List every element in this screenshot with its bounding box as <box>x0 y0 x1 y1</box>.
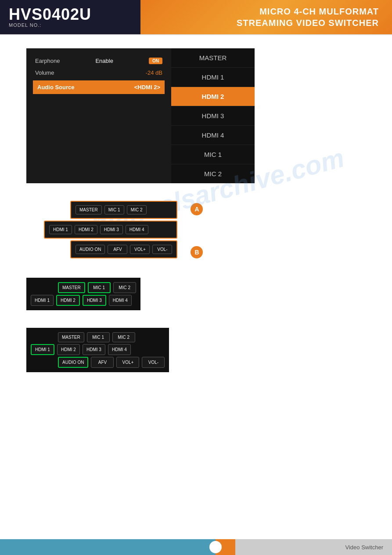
btn-vol-plus[interactable]: VOL+ <box>130 245 150 254</box>
btn-mic2[interactable]: MIC 2 <box>127 205 147 214</box>
callout-b: B <box>191 246 203 258</box>
demo2-btn-mic2[interactable]: MIC 2 <box>112 332 135 342</box>
demo-btn-hdmi3[interactable]: HDMI 3 <box>83 295 106 306</box>
demo-panel2: MASTER MIC 1 MIC 2 HDMI 1 HDMI 2 HDMI 3 … <box>26 328 169 372</box>
dropdown-item-hdmi1[interactable]: HDMI 1 <box>171 68 255 87</box>
section-active-demo2: MASTER MIC 1 MIC 2 HDMI 1 HDMI 2 HDMI 3 … <box>26 328 366 372</box>
header-left: HVS0402U MODEL NO.: <box>0 0 140 34</box>
demo-row-top: MASTER MIC 1 MIC 2 <box>58 282 136 293</box>
enable-label: Enable <box>95 58 113 64</box>
btn-hdmi3[interactable]: HDMI 3 <box>100 225 123 234</box>
btn-audio-on[interactable]: AUDIO ON <box>76 245 105 254</box>
demo2-btn-vol-plus[interactable]: VOL+ <box>116 357 139 368</box>
demo2-btn-vol-minus[interactable]: VOL- <box>142 357 165 368</box>
demo2-row-top: MASTER MIC 1 MIC 2 <box>58 332 165 342</box>
button-panel-diagram: MASTER MIC 1 MIC 2 HDMI 1 HDMI 2 HDMI 3 … <box>44 201 177 260</box>
page-header: HVS0402U MODEL NO.: MICRO 4-CH MULFORMAT… <box>0 0 392 35</box>
dropdown-item-mic1[interactable]: MIC 1 <box>171 145 255 164</box>
btn-hdmi1[interactable]: HDMI 1 <box>49 225 72 234</box>
demo2-btn-mic1[interactable]: MIC 1 <box>87 332 110 342</box>
demo-panel2-inner: MASTER MIC 1 MIC 2 HDMI 1 HDMI 2 HDMI 3 … <box>26 328 169 372</box>
btn-afv[interactable]: AFV <box>108 245 127 254</box>
panel-row-mid: HDMI 1 HDMI 2 HDMI 3 HDMI 4 <box>44 221 177 239</box>
model-name: HVS0402U <box>9 7 91 22</box>
audio-source-row: Audio Source <HDMI 2> <box>33 80 165 94</box>
section-active-demo: MASTER MIC 1 MIC 2 HDMI 1 HDMI 2 HDMI 3 … <box>26 278 366 310</box>
panel-row-bot: AUDIO ON AFV VOL+ VOL- <box>70 240 177 258</box>
btn-hdmi2[interactable]: HDMI 2 <box>75 225 97 234</box>
section-earphone-dropdown: Earphone Enable ON Volume -24 dB Audio S… <box>26 48 366 183</box>
demo2-btn-hdmi1[interactable]: HDMI 1 <box>31 344 54 355</box>
demo-btn-mic2[interactable]: MIC 2 <box>113 282 136 293</box>
volume-label: Volume <box>35 69 54 76</box>
audio-source-label: Audio Source <box>37 84 75 91</box>
header-title: MICRO 4-CH MULFORMAT STREAMING VIDEO SWI… <box>237 6 379 29</box>
model-no-label: MODEL NO.: <box>9 22 91 28</box>
earphone-label: Earphone <box>35 58 60 64</box>
enable-toggle[interactable]: ON <box>149 58 162 64</box>
demo2-btn-afv[interactable]: AFV <box>91 357 114 368</box>
demo-btn-hdmi4[interactable]: HDMI 4 <box>109 295 132 306</box>
demo-btn-master[interactable]: MASTER <box>58 282 85 293</box>
panel-row-top: MASTER MIC 1 MIC 2 <box>70 201 177 219</box>
earphone-row: Earphone Enable ON <box>35 55 162 67</box>
callout-badges: A B <box>191 203 203 258</box>
demo-btn-hdmi1[interactable]: HDMI 1 <box>31 295 54 306</box>
demo2-row-bot: AUDIO ON AFV VOL+ VOL- <box>58 357 165 368</box>
demo2-btn-hdmi4[interactable]: HDMI 4 <box>108 344 131 355</box>
dropdown-item-hdmi3[interactable]: HDMI 3 <box>171 106 255 126</box>
demo2-row-mid: HDMI 1 HDMI 2 HDMI 3 HDMI 4 <box>31 344 165 355</box>
demo2-btn-audio-on[interactable]: AUDIO ON <box>58 357 88 368</box>
title-line2: STREAMING VIDEO SWITCHER <box>237 18 379 28</box>
dropdown-item-master[interactable]: MASTER <box>171 48 255 68</box>
dropdown-item-hdmi4[interactable]: HDMI 4 <box>171 126 255 145</box>
demo-btn-hdmi2[interactable]: HDMI 2 <box>56 295 80 306</box>
btn-vol-minus[interactable]: VOL- <box>152 245 172 254</box>
btn-mic1[interactable]: MIC 1 <box>104 205 124 214</box>
title-line1: MICRO 4-CH MULFORMAT <box>259 7 379 16</box>
demo2-btn-master[interactable]: MASTER <box>58 332 84 342</box>
header-model: HVS0402U MODEL NO.: <box>9 7 91 28</box>
demo-row-mid: HDMI 1 HDMI 2 HDMI 3 HDMI 4 <box>31 295 136 306</box>
header-right: MICRO 4-CH MULFORMAT STREAMING VIDEO SWI… <box>140 0 392 34</box>
btn-master[interactable]: MASTER <box>76 205 102 214</box>
footer-circle <box>209 541 222 553</box>
dropdown-item-hdmi2[interactable]: HDMI 2 <box>171 87 255 106</box>
demo-panel-active: MASTER MIC 1 MIC 2 HDMI 1 HDMI 2 HDMI 3 … <box>26 278 140 310</box>
footer-text: Video Switcher <box>345 544 383 551</box>
audio-source-value: <HDMI 2> <box>134 84 160 91</box>
section-button-diagram: MASTER MIC 1 MIC 2 HDMI 1 HDMI 2 HDMI 3 … <box>44 201 366 260</box>
callout-a: A <box>191 203 203 215</box>
footer-bar: Video Switcher <box>0 539 392 555</box>
dropdown-item-mic2[interactable]: MIC 2 <box>171 164 255 183</box>
volume-value: -24 dB <box>146 69 162 76</box>
demo2-btn-hdmi3[interactable]: HDMI 3 <box>83 344 105 355</box>
audio-source-dropdown: MASTER HDMI 1 HDMI 2 HDMI 3 HDMI 4 MIC 1… <box>171 48 255 183</box>
demo-panel: MASTER MIC 1 MIC 2 HDMI 1 HDMI 2 HDMI 3 … <box>26 278 140 310</box>
btn-hdmi4[interactable]: HDMI 4 <box>126 225 148 234</box>
earphone-panel: Earphone Enable ON Volume -24 dB Audio S… <box>26 48 171 183</box>
volume-row: Volume -24 dB <box>35 67 162 79</box>
demo2-btn-hdmi2[interactable]: HDMI 2 <box>57 344 80 355</box>
demo-btn-mic1[interactable]: MIC 1 <box>88 282 111 293</box>
